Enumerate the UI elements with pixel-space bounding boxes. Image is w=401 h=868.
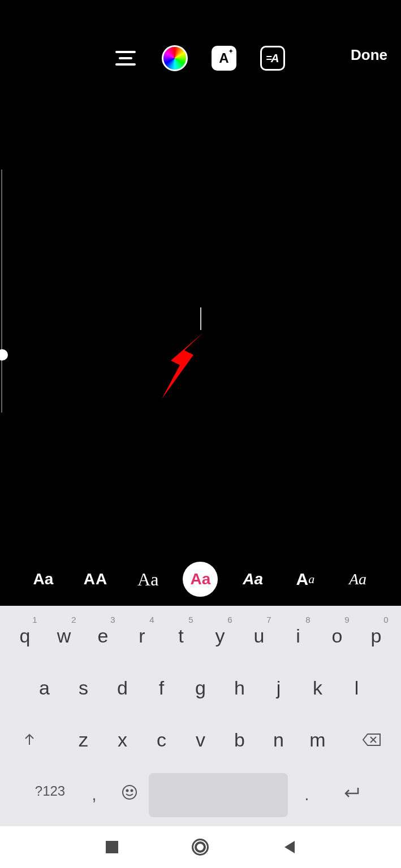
keyboard-row-1: q1 w2 e3 r4 t5 y6 u7 i8 o9 p0 (0, 611, 401, 660)
key-d[interactable]: d (105, 663, 140, 712)
text-effect-button[interactable]: =A (260, 46, 285, 71)
font-size-slider-thumb[interactable] (0, 349, 8, 361)
key-j[interactable]: j (261, 663, 296, 712)
key-a[interactable]: a (27, 663, 62, 712)
effect-lines-icon: = (266, 53, 270, 64)
font-size-slider-track (1, 170, 2, 413)
svg-point-9 (131, 790, 132, 792)
key-m[interactable]: m (300, 715, 335, 764)
key-p[interactable]: p0 (359, 611, 394, 660)
key-n[interactable]: n (261, 715, 296, 764)
annotation-arrow-icon (154, 329, 210, 402)
keyboard-row-bottom: ?123 , . (0, 767, 401, 817)
story-text-editor: A ✦ =A Done Aa AA Aa Aa Aa Aa Aa (0, 0, 401, 606)
key-g[interactable]: g (183, 663, 218, 712)
text-toolbar: A ✦ =A (0, 44, 401, 72)
key-space[interactable] (149, 773, 288, 817)
system-nav-bar (0, 826, 401, 868)
keyboard-row-3: z x c v b n m (0, 715, 401, 764)
key-y[interactable]: y6 (202, 611, 238, 660)
key-enter[interactable] (326, 770, 376, 814)
font-option-smallcaps[interactable]: AA (78, 562, 113, 597)
key-s[interactable]: s (66, 663, 101, 712)
sparkle-icon: ✦ (228, 48, 233, 54)
key-q[interactable]: q1 (7, 611, 43, 660)
text-input-cursor[interactable] (200, 307, 201, 330)
key-shift[interactable] (6, 715, 53, 764)
soft-keyboard: q1 w2 e3 r4 t5 y6 u7 i8 o9 p0 a s d f g … (0, 606, 401, 826)
key-h[interactable]: h (222, 663, 257, 712)
text-align-button[interactable] (113, 46, 138, 71)
keyboard-row-2: a s d f g h j k l (0, 663, 401, 712)
emoji-icon (121, 784, 138, 801)
key-emoji[interactable] (114, 770, 145, 814)
triangle-icon (282, 840, 296, 854)
nav-recent-button[interactable] (101, 836, 123, 858)
font-option-classic[interactable]: Aa (25, 562, 61, 597)
font-option-cursive[interactable]: Aa (131, 562, 166, 597)
font-option-modern-selected[interactable]: Aa (183, 562, 218, 597)
key-k[interactable]: k (300, 663, 335, 712)
nav-home-button[interactable] (189, 836, 212, 858)
key-backspace[interactable] (348, 715, 395, 764)
backspace-icon (362, 733, 381, 747)
key-b[interactable]: b (222, 715, 257, 764)
shift-icon (23, 732, 36, 747)
key-z[interactable]: z (66, 715, 101, 764)
font-option-mixed[interactable]: Aa (288, 562, 323, 597)
font-option-serif-italic[interactable]: Aa (340, 562, 376, 597)
key-e[interactable]: e3 (85, 611, 121, 660)
key-x[interactable]: x (105, 715, 140, 764)
effect-label: A (271, 52, 279, 65)
text-style-label: A (219, 50, 228, 66)
square-icon (106, 841, 118, 853)
done-button[interactable]: Done (351, 46, 387, 64)
key-w[interactable]: w2 (46, 611, 82, 660)
key-f[interactable]: f (144, 663, 179, 712)
svg-marker-10 (284, 841, 295, 853)
circle-icon (192, 839, 209, 856)
text-color-button[interactable] (162, 45, 188, 71)
key-r[interactable]: r4 (124, 611, 160, 660)
font-style-picker: Aa AA Aa Aa Aa Aa Aa (0, 562, 401, 597)
key-l[interactable]: l (339, 663, 374, 712)
font-option-bold-italic[interactable]: Aa (235, 562, 270, 597)
key-c[interactable]: c (144, 715, 179, 764)
key-period[interactable]: . (291, 770, 323, 814)
key-i[interactable]: i8 (281, 611, 316, 660)
text-style-button[interactable]: A ✦ (212, 46, 236, 71)
svg-point-8 (126, 790, 128, 792)
svg-marker-3 (162, 332, 204, 399)
key-comma[interactable]: , (79, 770, 110, 814)
key-symbols[interactable]: ?123 (25, 770, 75, 814)
key-v[interactable]: v (183, 715, 218, 764)
svg-point-7 (123, 785, 136, 799)
nav-back-button[interactable] (278, 836, 300, 858)
key-u[interactable]: u7 (242, 611, 277, 660)
enter-icon (342, 786, 360, 798)
key-t[interactable]: t5 (163, 611, 199, 660)
key-o[interactable]: o9 (320, 611, 355, 660)
